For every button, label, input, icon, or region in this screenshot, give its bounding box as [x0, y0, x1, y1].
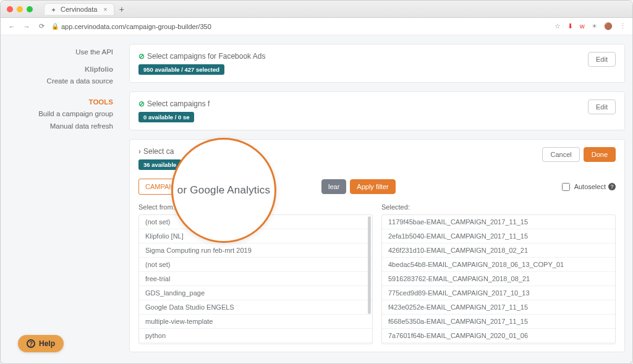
list-item[interactable]: free-trial: [139, 272, 372, 286]
list-from-label: Select from:: [138, 203, 373, 211]
new-tab-button[interactable]: +: [119, 4, 124, 14]
edit-second-button[interactable]: Edit: [588, 99, 616, 114]
main-area: ⊘Select campaigns for Facebook Ads 950 a…: [122, 35, 632, 363]
list-selected-box[interactable]: 1179f45bae-EMAIL_CAMPAIGN_2017_11_152efa…: [381, 214, 616, 344]
list-from-column: Select from: (not set)Klipfolio [NL]Sigm…: [138, 203, 373, 344]
list-selected-label: Selected:: [381, 203, 616, 211]
apply-filter-button[interactable]: Apply filter: [350, 179, 395, 194]
campaign-input[interactable]: CAMPAIGN: [138, 179, 237, 195]
sidebar-item-api[interactable]: Use the API: [1, 46, 113, 59]
dual-list: Select from: (not set)Klipfolio [NL]Sigm…: [138, 203, 616, 344]
help-label: Help: [39, 339, 55, 348]
help-widget[interactable]: ? Help: [18, 335, 64, 352]
list-item[interactable]: 7a7601f64b-EMAIL_CAMPAIGN_2020_01_06: [382, 329, 615, 343]
nav-back-icon[interactable]: ←: [7, 23, 17, 30]
card-second-title: ⊘Select campaigns f: [138, 99, 210, 108]
list-item[interactable]: 426f231d10-EMAIL_CAMPAIGN_2018_02_21: [382, 243, 615, 258]
list-item[interactable]: a0c6277070-EMAIL_CAMPAIGN_2020_01_13_res…: [382, 343, 615, 344]
browser-right-icons: ☆ ⬇ w ✶ 🟤 ⋮: [550, 22, 626, 30]
list-item[interactable]: f668e5350a-EMAIL_CAMPAIGN_2017_11_15: [382, 315, 615, 329]
list-item[interactable]: Klipfolio [NL]: [139, 229, 372, 243]
window-titlebar: ✦ Cervinodata × +: [1, 1, 632, 18]
list-item[interactable]: 5916283762-EMAIL_CAMPAIGN_2018_08_21: [382, 272, 615, 286]
autoselect-checkbox[interactable]: [562, 183, 570, 191]
list-item[interactable]: multiple-view-template: [139, 315, 372, 329]
done-button[interactable]: Done: [584, 147, 616, 162]
list-item[interactable]: f423e0252e-EMAIL_CAMPAIGN_2017_11_15: [382, 300, 615, 315]
list-item[interactable]: Sigma Computing run feb-mrt 2019: [139, 243, 372, 258]
ext3-icon[interactable]: ✶: [592, 22, 597, 30]
profile-icon[interactable]: 🟤: [604, 22, 613, 30]
window-close-dot[interactable]: [7, 6, 13, 12]
card-ga-title: ›Select ca: [138, 147, 181, 156]
help-tooltip-icon[interactable]: ?: [608, 183, 616, 190]
sidebar-item-build-group[interactable]: Build a campaign group: [1, 108, 113, 121]
edit-facebook-button[interactable]: Edit: [588, 52, 616, 67]
list-selected-column: Selected: 1179f45bae-EMAIL_CAMPAIGN_2017…: [381, 203, 616, 344]
scrollbar[interactable]: [368, 216, 371, 339]
list-item[interactable]: (not set): [139, 215, 372, 229]
ext2-icon[interactable]: w: [580, 22, 585, 30]
sidebar: Use the API Klipfolio Create a data sour…: [1, 35, 122, 363]
filter-row: CAMPAIGN lear Apply filter Autoselect ?: [138, 179, 616, 195]
list-item[interactable]: 775ced9d89-EMAIL_CAMPAIGN_2017_10_13: [382, 286, 615, 300]
list-item[interactable]: 1179f45bae-EMAIL_CAMPAIGN_2017_11_15: [382, 215, 615, 229]
star-icon[interactable]: ☆: [554, 22, 561, 30]
page-content: Use the API Klipfolio Create a data sour…: [1, 35, 632, 363]
sidebar-item-manual-refresh[interactable]: Manual data refresh: [1, 121, 113, 133]
scroll-thumb[interactable]: [368, 216, 371, 314]
sidebar-section-klipfolio: Klipfolio: [1, 64, 113, 76]
card-facebook-badge: 950 available / 427 selected: [138, 64, 224, 75]
card-second: ⊘Select campaigns f 0 available / 0 se E…: [129, 91, 625, 130]
card-google-analytics: ›Select ca 36 available Cancel Done CAMP…: [129, 139, 625, 352]
card-second-badge: 0 available / 0 se: [138, 112, 194, 122]
list-item[interactable]: 2efa1b5040-EMAIL_CAMPAIGN_2017_11_15: [382, 229, 615, 243]
card-facebook: ⊘Select campaigns for Facebook Ads 950 a…: [129, 44, 625, 83]
window-minimize-dot[interactable]: [17, 6, 23, 12]
list-item[interactable]: Python English: [139, 343, 372, 344]
browser-tab[interactable]: ✦ Cervinodata ×: [44, 3, 114, 15]
tab-close-icon[interactable]: ×: [103, 6, 107, 13]
sidebar-item-create-source[interactable]: Create a data source: [1, 75, 113, 88]
clear-filter-button[interactable]: lear: [321, 179, 346, 194]
window-zoom-dot[interactable]: [27, 6, 33, 12]
lock-icon: 🔒: [51, 23, 59, 30]
nav-reload-icon[interactable]: ⟳: [36, 22, 46, 30]
autoselect-label: Autoselect: [574, 183, 606, 190]
chevron-right-icon: ›: [138, 147, 141, 156]
menu-icon[interactable]: ⋮: [619, 22, 626, 30]
list-item[interactable]: python: [139, 329, 372, 343]
check-icon: ⊘: [138, 52, 145, 61]
list-item[interactable]: (not set): [139, 258, 372, 272]
sidebar-section-tools: TOOLS: [1, 96, 113, 109]
check-icon: ⊘: [138, 99, 145, 108]
card-facebook-title: ⊘Select campaigns for Facebook Ads: [138, 52, 265, 61]
card-ga-badge: 36 available: [138, 159, 181, 170]
help-icon: ?: [27, 339, 35, 348]
autoselect-toggle[interactable]: Autoselect ?: [559, 181, 616, 193]
favicon-icon: ✦: [51, 6, 57, 12]
ext1-icon[interactable]: ⬇: [567, 22, 573, 30]
cancel-button[interactable]: Cancel: [542, 147, 579, 162]
tab-title: Cervinodata: [61, 6, 97, 13]
list-item[interactable]: Google Data Studio ENGELS: [139, 300, 372, 315]
nav-forward-icon[interactable]: →: [22, 23, 32, 30]
list-from-box[interactable]: (not set)Klipfolio [NL]Sigma Computing r…: [138, 214, 373, 344]
url-text[interactable]: app.cervinodata.com/campaign-group-build…: [61, 23, 550, 30]
list-item[interactable]: GDS_landing_page: [139, 286, 372, 300]
list-item[interactable]: 4bedac54b8-EMAIL_CAMPAIGN_2018_06_13_COP…: [382, 258, 615, 272]
url-bar: ← → ⟳ 🔒 app.cervinodata.com/campaign-gro…: [1, 18, 632, 35]
browser-window: ✦ Cervinodata × + ← → ⟳ 🔒 app.cervinodat…: [0, 0, 633, 364]
